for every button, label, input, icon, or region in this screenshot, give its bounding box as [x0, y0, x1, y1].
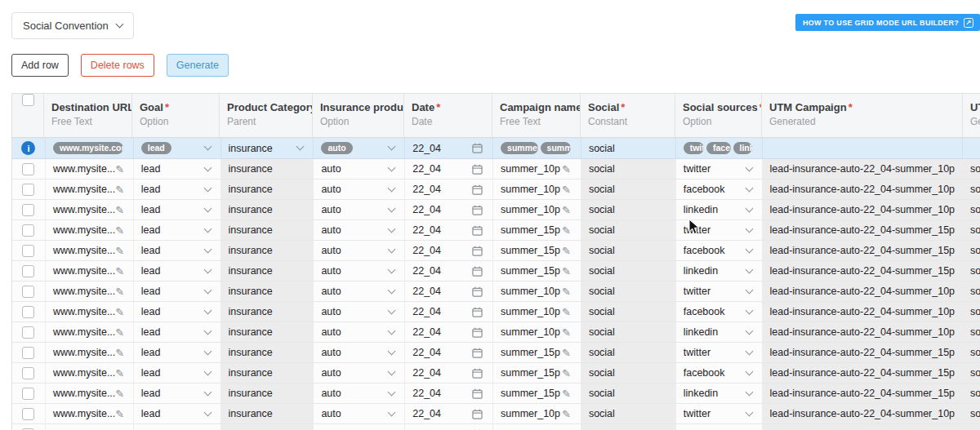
calendar-icon[interactable] — [472, 205, 483, 215]
campaign-name-cell[interactable]: summer_10p summer_ — [493, 138, 581, 158]
edit-pencil-icon[interactable]: ✎ — [115, 225, 124, 236]
insurance-product-cell[interactable]: auto — [314, 322, 405, 342]
edit-pencil-icon[interactable]: ✎ — [115, 164, 124, 175]
social-sources-cell[interactable]: facebook — [676, 363, 763, 383]
row-checkbox[interactable] — [22, 224, 34, 237]
social-sources-cell[interactable]: facebook — [676, 241, 763, 260]
insurance-product-cell[interactable]: auto — [314, 241, 405, 260]
edit-pencil-icon[interactable]: ✎ — [562, 307, 571, 317]
social-sources-cell[interactable]: linkedin — [676, 200, 763, 219]
row-checkbox[interactable] — [22, 163, 34, 175]
row-checkbox[interactable] — [22, 367, 34, 379]
edit-pencil-icon[interactable]: ✎ — [562, 409, 571, 419]
edit-pencil-icon[interactable]: ✎ — [115, 246, 124, 256]
destination-url-cell[interactable]: www.mysite.com/blog/a — [46, 138, 134, 158]
goal-cell[interactable]: lead — [134, 322, 221, 342]
insurance-product-cell[interactable]: auto — [314, 261, 405, 281]
calendar-icon[interactable] — [472, 327, 483, 338]
destination-url-cell[interactable]: www.mysite... ✎ — [46, 322, 134, 342]
destination-url-cell[interactable]: www.mysite... ✎ — [46, 424, 134, 430]
product-category-cell[interactable]: insurance — [221, 138, 314, 158]
edit-pencil-icon[interactable]: ✎ — [562, 368, 571, 379]
edit-pencil-icon[interactable]: ✎ — [115, 286, 124, 297]
goal-cell[interactable]: lead — [134, 261, 221, 281]
calendar-icon[interactable] — [472, 225, 483, 236]
insurance-product-cell[interactable]: auto — [314, 383, 405, 403]
row-checkbox[interactable] — [22, 286, 34, 298]
insurance-product-cell[interactable]: auto — [314, 220, 405, 240]
destination-url-cell[interactable]: www.mysite... ✎ — [46, 363, 134, 383]
edit-pencil-icon[interactable]: ✎ — [115, 327, 124, 338]
edit-pencil-icon[interactable]: ✎ — [115, 368, 124, 379]
campaign-name-cell[interactable]: summer_15p ✎ — [493, 220, 581, 240]
goal-cell[interactable]: lead — [134, 363, 221, 383]
social-sources-cell[interactable]: twitter facebook linke — [676, 138, 763, 158]
calendar-icon[interactable] — [472, 184, 483, 195]
social-sources-cell[interactable]: twitter — [676, 159, 763, 179]
campaign-name-cell[interactable]: summer_10p ✎ — [493, 180, 581, 199]
edit-pencil-icon[interactable]: ✎ — [562, 205, 571, 215]
goal-cell[interactable]: lead — [134, 159, 221, 179]
insurance-product-cell[interactable]: auto — [314, 180, 405, 199]
calendar-icon[interactable] — [472, 246, 483, 256]
goal-cell[interactable]: lead — [134, 200, 221, 219]
campaign-name-cell[interactable]: summer_15p ✎ — [493, 241, 581, 260]
insurance-product-cell[interactable]: auto — [314, 343, 405, 362]
date-cell[interactable]: 22_04 — [405, 424, 493, 430]
date-cell[interactable]: 22_04 — [405, 180, 493, 199]
date-cell[interactable]: 22_04 — [405, 200, 493, 219]
calendar-icon[interactable] — [472, 307, 483, 317]
insurance-product-cell[interactable]: auto — [314, 302, 405, 321]
insurance-product-cell[interactable]: auto — [314, 200, 405, 219]
delete-rows-button[interactable]: Delete rows — [81, 54, 154, 77]
calendar-icon[interactable] — [472, 368, 483, 379]
goal-cell[interactable]: lead — [134, 343, 221, 362]
campaign-name-cell[interactable]: summer_10p ✎ — [493, 159, 581, 179]
destination-url-cell[interactable]: www.mysite... ✎ — [46, 220, 134, 240]
calendar-icon[interactable] — [472, 164, 483, 175]
destination-url-cell[interactable]: www.mysite... ✎ — [46, 383, 134, 403]
social-sources-cell[interactable]: linkedin — [676, 261, 763, 281]
calendar-icon[interactable] — [472, 286, 483, 297]
edit-pencil-icon[interactable]: ✎ — [562, 327, 571, 338]
edit-pencil-icon[interactable]: ✎ — [115, 409, 124, 419]
date-cell[interactable]: 22_04 — [405, 261, 493, 281]
goal-cell[interactable]: lead — [134, 180, 221, 199]
campaign-name-cell[interactable]: summer_15p ✎ — [493, 261, 581, 281]
insurance-product-cell[interactable]: auto — [314, 424, 405, 430]
row-checkbox[interactable] — [22, 184, 34, 196]
insurance-product-cell[interactable]: auto — [314, 363, 405, 383]
add-row-button[interactable]: Add row — [11, 54, 69, 77]
calendar-icon[interactable] — [472, 266, 483, 277]
row-checkbox[interactable] — [22, 265, 34, 277]
edit-pencil-icon[interactable]: ✎ — [562, 246, 571, 256]
generate-button[interactable]: Generate — [167, 54, 229, 77]
social-sources-cell[interactable]: facebook — [676, 424, 763, 430]
date-cell[interactable]: 22_04 — [405, 241, 493, 260]
insurance-product-cell[interactable]: auto — [314, 159, 405, 179]
convention-dropdown[interactable]: Social Convention — [11, 12, 134, 39]
row-checkbox[interactable] — [22, 408, 34, 420]
goal-cell[interactable]: lead — [134, 220, 221, 240]
row-checkbox[interactable] — [22, 388, 34, 400]
goal-cell[interactable]: lead — [134, 424, 221, 430]
row-checkbox[interactable] — [22, 347, 34, 359]
campaign-name-cell[interactable]: summer_15p ✎ — [493, 363, 581, 383]
social-sources-cell[interactable]: linkedin — [676, 383, 763, 403]
social-sources-cell[interactable]: facebook — [676, 302, 763, 321]
campaign-name-cell[interactable]: summer_10p ✎ — [493, 424, 581, 430]
insurance-product-cell[interactable]: auto — [314, 281, 405, 301]
destination-url-cell[interactable]: www.mysite... ✎ — [46, 180, 134, 199]
date-cell[interactable]: 22_04 — [405, 138, 493, 158]
destination-url-cell[interactable]: www.mysite... ✎ — [46, 404, 134, 423]
row-checkbox[interactable] — [22, 306, 34, 318]
edit-pencil-icon[interactable]: ✎ — [562, 286, 571, 297]
destination-url-cell[interactable]: www.mysite... ✎ — [46, 281, 134, 301]
date-cell[interactable]: 22_04 — [405, 322, 493, 342]
social-sources-cell[interactable]: twitter — [676, 281, 763, 301]
date-cell[interactable]: 22_04 — [405, 281, 493, 301]
social-sources-cell[interactable]: facebook — [676, 180, 763, 199]
edit-pencil-icon[interactable]: ✎ — [115, 388, 124, 399]
campaign-name-cell[interactable]: summer_15p ✎ — [493, 383, 581, 403]
edit-pencil-icon[interactable]: ✎ — [562, 164, 571, 175]
